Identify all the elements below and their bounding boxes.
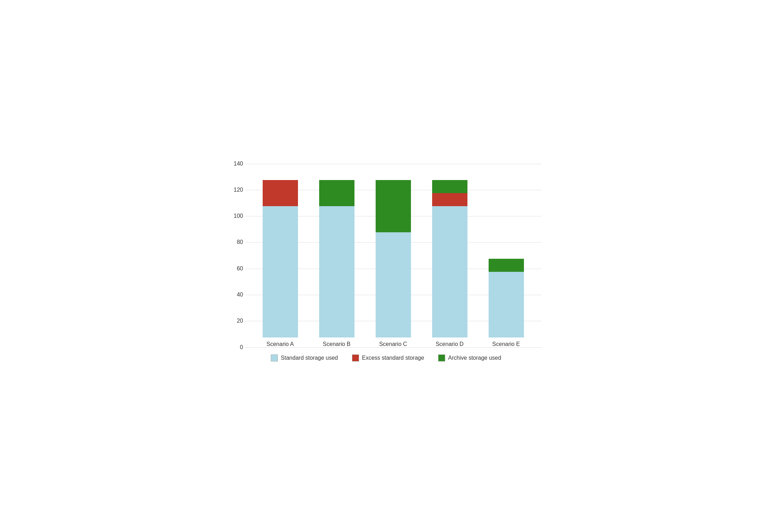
bar-stack <box>263 180 298 337</box>
legend-swatch <box>271 354 278 361</box>
bar-segment-archive <box>432 180 467 193</box>
bar-group: Scenario D <box>429 180 471 347</box>
legend-swatch <box>352 354 359 361</box>
y-tick-label: 60 <box>229 265 243 272</box>
bar-segment-excess <box>432 193 467 206</box>
legend-item: Archive storage used <box>438 354 501 361</box>
bar-group: Scenario A <box>259 180 302 347</box>
bar-segment-archive <box>489 259 524 272</box>
y-tick-label: 40 <box>229 292 243 298</box>
bar-segment-standard <box>319 206 354 337</box>
grid-and-bars: 020406080100120140 Scenario AScenario BS… <box>231 164 542 347</box>
bar-segment-standard <box>489 272 524 337</box>
y-tick-label: 80 <box>229 239 243 245</box>
bar-stack <box>432 180 467 337</box>
bar-segment-archive <box>319 180 354 206</box>
bar-stack <box>319 180 354 337</box>
bar-segment-standard <box>263 206 298 337</box>
legend-swatch <box>438 354 445 361</box>
bar-segment-excess <box>263 180 298 206</box>
bar-group: Scenario B <box>316 180 358 347</box>
bar-stack <box>489 259 524 337</box>
bar-x-label: Scenario E <box>492 341 520 347</box>
chart-legend: Standard storage usedExcess standard sto… <box>231 354 542 361</box>
bar-segment-standard <box>376 232 411 337</box>
bar-group: Scenario E <box>485 259 527 347</box>
legend-item: Standard storage used <box>271 354 338 361</box>
legend-label: Standard storage used <box>281 355 338 361</box>
bar-x-label: Scenario B <box>323 341 350 347</box>
bar-x-label: Scenario C <box>379 341 407 347</box>
y-tick-label: 140 <box>229 161 243 167</box>
grid-line <box>245 347 542 348</box>
chart-container: 020406080100120140 Scenario AScenario BS… <box>203 143 556 390</box>
y-tick-label: 20 <box>229 318 243 324</box>
y-tick-label: 100 <box>229 213 243 219</box>
bar-stack <box>376 180 411 337</box>
bar-x-label: Scenario A <box>267 341 294 347</box>
bar-segment-standard <box>432 206 467 337</box>
chart-area: 020406080100120140 Scenario AScenario BS… <box>231 164 542 347</box>
bar-segment-archive <box>376 180 411 233</box>
bar-x-label: Scenario D <box>436 341 464 347</box>
legend-item: Excess standard storage <box>352 354 424 361</box>
y-tick-label: 120 <box>229 187 243 193</box>
legend-label: Archive storage used <box>448 355 501 361</box>
legend-label: Excess standard storage <box>362 355 424 361</box>
y-tick-label: 0 <box>229 344 243 351</box>
bars-row: Scenario AScenario BScenario CScenario D… <box>245 164 542 347</box>
bar-group: Scenario C <box>372 180 414 347</box>
